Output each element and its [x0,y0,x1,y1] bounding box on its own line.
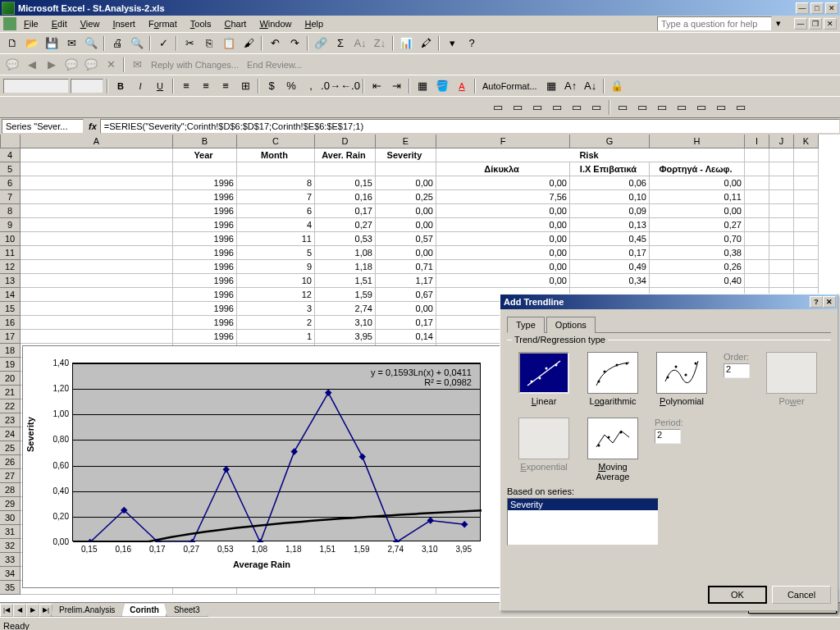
cell-merged[interactable]: Risk [436,148,745,162]
col-header[interactable]: K [794,135,819,148]
cell[interactable]: 4 [237,218,315,232]
form-button-13[interactable]: ▭ [732,98,750,116]
fx-icon[interactable]: fx [89,121,97,131]
new-button[interactable]: 🗋 [3,34,21,52]
help-search-input[interactable] [657,16,772,31]
cell[interactable]: Δίκυκλα [436,162,570,176]
row-header[interactable]: 11 [0,246,21,260]
cell[interactable]: 3,95 [315,330,376,344]
maximize-button[interactable]: □ [810,2,824,14]
cell[interactable] [315,162,376,176]
row-header[interactable]: 29 [0,497,21,511]
cancel-button[interactable]: Cancel [772,586,831,604]
cell[interactable] [794,274,819,288]
cell[interactable]: 0,00 [436,246,570,260]
cell[interactable] [745,162,769,176]
form-button-2[interactable]: ▭ [509,98,527,116]
cell[interactable] [769,232,794,246]
delete-comment-button[interactable]: ✕ [102,56,120,74]
row-header[interactable]: 27 [0,469,21,483]
cell[interactable]: 0,15 [315,176,376,190]
tab-options[interactable]: Options [546,317,596,333]
row-header[interactable]: 15 [0,302,21,316]
row-header[interactable]: 8 [0,204,21,218]
row-header[interactable]: 17 [0,330,21,344]
menu-help[interactable]: Help [299,17,330,30]
name-box[interactable] [2,119,84,134]
autosum-button[interactable]: Σ [331,34,349,52]
cell[interactable] [794,148,819,162]
cell[interactable]: 0,06 [570,176,650,190]
copy-button[interactable]: ⎘ [200,34,218,52]
form-button-1[interactable]: ▭ [489,98,507,116]
menu-window[interactable]: Window [253,17,297,30]
cell[interactable] [21,232,173,246]
cell[interactable]: 1996 [173,260,237,274]
cell[interactable]: 0,40 [650,274,745,288]
row-header[interactable]: 18 [0,344,21,358]
menu-insert[interactable]: Insert [107,17,141,30]
drawing-button[interactable]: 🖍 [417,34,435,52]
undo-button[interactable]: ↶ [266,34,284,52]
cell[interactable]: 1996 [173,176,237,190]
row-header[interactable]: 6 [0,176,21,190]
redo-button[interactable]: ↷ [285,34,304,52]
row-header[interactable]: 34 [0,567,21,581]
cell[interactable]: 1,08 [315,246,376,260]
cell[interactable]: 1996 [173,246,237,260]
cell[interactable]: 1,18 [315,260,376,274]
cell[interactable]: 0,00 [436,260,570,274]
cell[interactable] [769,204,794,218]
fill-color-button[interactable]: 🪣 [433,77,451,95]
cell[interactable]: 0,10 [570,190,650,204]
doc-close-button[interactable]: ✕ [824,18,837,30]
menu-format[interactable]: Format [143,17,183,30]
cell[interactable] [21,288,173,302]
percent-button[interactable]: % [282,77,300,95]
cell[interactable]: Severity [376,148,436,162]
menu-edit[interactable]: Edit [46,17,73,30]
form-button-8[interactable]: ▭ [633,98,651,116]
cell[interactable]: 0,34 [570,274,650,288]
cell[interactable]: Month [237,148,315,162]
cell[interactable]: 8 [237,176,315,190]
font-selector[interactable] [3,79,69,94]
cell[interactable] [745,190,769,204]
italic-button[interactable]: I [131,77,149,95]
sort-desc-button[interactable]: Z↓ [371,34,389,52]
increase-decimal-button[interactable]: .0→ [322,77,340,95]
cell[interactable]: 0,25 [376,190,436,204]
cell[interactable]: Ι.Χ Επιβατικά [570,162,650,176]
cell[interactable] [794,176,819,190]
end-review-button[interactable]: End Review... [244,60,305,70]
reply-changes-button[interactable]: Reply with Changes... [148,60,242,70]
cell[interactable] [745,176,769,190]
cell[interactable] [794,162,819,176]
decrease-font-button[interactable]: A↓ [582,77,600,95]
menu-chart[interactable]: Chart [218,17,252,30]
cell[interactable]: 0,70 [650,232,745,246]
cell[interactable] [21,148,173,162]
menu-view[interactable]: View [75,17,106,30]
cells-button[interactable]: ▦ [542,77,560,95]
cell[interactable] [745,218,769,232]
cell[interactable] [21,302,173,316]
cell[interactable] [769,148,794,162]
comma-button[interactable]: , [302,77,320,95]
decrease-indent-button[interactable]: ⇤ [368,77,386,95]
cell[interactable]: Aver. Rain [315,148,376,162]
cell[interactable] [745,246,769,260]
cell[interactable]: 0,00 [376,246,436,260]
cell[interactable]: 7,56 [436,190,570,204]
cell[interactable]: 0,17 [315,204,376,218]
chart-wizard-button[interactable]: 📊 [397,34,415,52]
tab-type[interactable]: Type [507,317,545,333]
first-sheet-button[interactable]: |◀ [0,604,13,617]
borders-button[interactable]: ▦ [413,77,431,95]
align-center-button[interactable]: ≡ [197,77,215,95]
cell[interactable] [769,274,794,288]
cell[interactable] [21,246,173,260]
paste-button[interactable]: 📋 [220,34,238,52]
doc-minimize-button[interactable]: — [794,18,807,30]
show-comment-button[interactable]: 💬 [62,56,80,74]
